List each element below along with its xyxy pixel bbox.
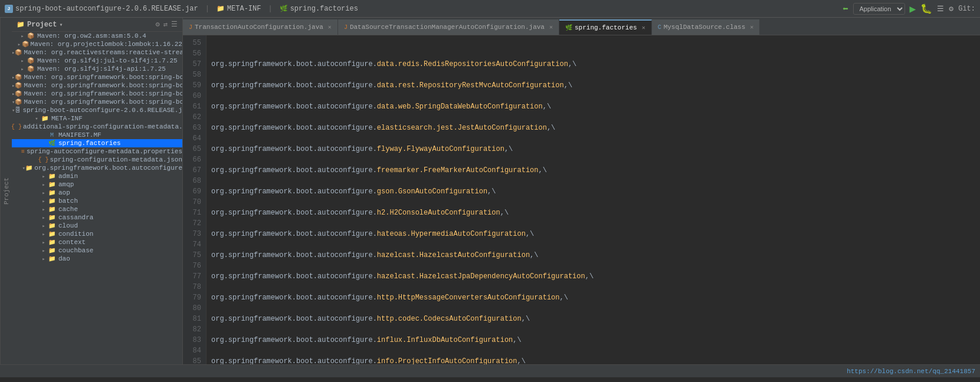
more-button[interactable]: ⚙ [949,4,953,14]
sidebar-item-meta-inf[interactable]: ▾📁META-INF [12,114,182,123]
props-icon: ≡ [21,148,25,155]
tab-spring-factories-label: spring.factories [575,24,637,31]
sidebar-item-couchbase[interactable]: ▸📁couchbase [12,246,182,255]
line-number-58: 58 [185,70,201,80]
tree-label-maven-spring-boot-actuator: Maven: org.springframework.boot:spring-b… [24,82,182,89]
tab-transaction-close[interactable]: ✕ [328,24,332,31]
sidebar-item-context[interactable]: ▸📁context [12,238,182,246]
code-line-69: org.springframework.boot.autoconfigure.i… [211,356,975,364]
tree-label-cloud: cloud [58,222,78,229]
sidebar-item-maven-spring-boot[interactable]: ▸📦Maven: org.springframework.boot:spring… [12,73,182,81]
sidebar-item-spring-config-meta[interactable]: { }spring-configuration-metadata.json [12,156,182,164]
run-button[interactable]: ▶ [910,2,916,15]
json-icon: { } [39,156,48,163]
sep1: | [205,5,209,13]
tree-label-add-spring-config: additional-spring-configuration-metadata… [23,123,182,130]
tree-label-maven-lombok: Maven: org.projectlombok:lombok:1.16.22 [31,41,182,48]
line-number-71: 71 [185,208,201,218]
sidebar-item-aop[interactable]: ▸📁aop [12,189,182,197]
code-line-62: org.springframework.boot.autoconfigure.h… [211,208,975,218]
sidebar-item-batch[interactable]: ▸📁batch [12,197,182,205]
status-bar: https://blog.csdn.net/qq_21441857 [0,364,980,377]
sidebar-item-manifest[interactable]: MMANIFEST.MF [12,131,182,139]
code-line-59: org.springframework.boot.autoconfigure.f… [211,144,975,154]
sidebar-item-maven-spring-boot-actuator-auto[interactable]: ▸📦Maven: org.springframework.boot:spring… [12,90,182,98]
tab-datasource-tx-close[interactable]: ✕ [549,24,553,31]
sidebar-item-spring-autoconfigure-meta[interactable]: ≡spring-autoconfigure-metadata.propertie… [12,147,182,156]
sidebar-item-jar-root[interactable]: ▾🗄spring-boot-autoconfigure-2.0.6.RELEAS… [12,106,182,114]
settings-icon[interactable]: ☰ [171,20,178,29]
debug-button[interactable]: 🐛 [920,3,932,15]
line-number-60: 60 [185,91,201,101]
tab-datasource-tx[interactable]: J DataSourceTransactionManagerAutoConfig… [338,19,559,35]
editor-content[interactable]: 5556575859606162636465666768697071727374… [183,35,980,364]
code-line-61: org.springframework.boot.autoconfigure.g… [211,186,975,197]
tab-spring-factories[interactable]: 🌿 spring.factories ✕ [559,19,652,35]
line-number-81: 81 [185,314,201,324]
tab-transaction[interactable]: J TransactionAutoConfiguration.java ✕ [183,19,338,35]
sidebar-item-dao[interactable]: ▸📁dao [12,255,182,263]
app-selector[interactable]: Application [853,3,905,15]
prev-arrow[interactable]: ⬅ [843,3,848,15]
code-line-63: org.springframework.boot.autoconfigure.h… [211,229,975,239]
tree-label-dao: dao [58,255,70,262]
tree-label-meta-inf: META-INF [51,115,83,122]
line-number-79: 79 [185,292,201,303]
sidebar-item-spring-factories-item[interactable]: 🌿spring.factories [12,139,182,147]
sidebar-item-maven-slf4j-jul[interactable]: ▸📦Maven: org.slf4j:jul-to-slf4j:1.7.25 [12,57,182,65]
code-line-67: org.springframework.boot.autoconfigure.h… [211,314,975,324]
sidebar-item-maven-reactive[interactable]: ▸📦Maven: org.reactivestreams:reactive-st… [12,48,182,57]
tree-arrow-maven-slf4j-jul: ▸ [19,58,26,64]
tree-arrow-cache: ▸ [40,206,47,213]
sidebar-item-amqp[interactable]: ▸📁amqp [12,180,182,189]
folder-icon: 📁 [47,230,57,238]
sidebar-item-add-spring-config[interactable]: { }additional-spring-configuration-metad… [12,123,182,131]
line-number-62: 62 [185,112,201,123]
line-number-80: 80 [185,303,201,314]
sidebar-item-maven-lombok[interactable]: ▸📦Maven: org.projectlombok:lombok:1.16.2… [12,40,182,48]
sync-icon[interactable]: ⇄ [163,20,168,29]
tree-label-maven-spring-boot-auto: Maven: org.springframework.boot:spring-b… [24,98,182,106]
coverage-button[interactable]: ☰ [937,4,944,14]
tab-mysql-close[interactable]: ✕ [750,24,753,31]
line-number-78: 78 [185,282,201,292]
jar-title: J spring-boot-autoconfigure-2.0.6.RELEAS… [5,5,198,13]
project-folder-icon: 📁 [17,21,25,28]
tree-arrow-condition: ▸ [40,231,47,238]
sidebar-item-cloud[interactable]: ▸📁cloud [12,222,182,230]
sidebar-item-admin[interactable]: ▸📁admin [12,172,182,180]
project-tree: ▸📦Maven: org.ow2.asm:asm:5.0.4▸📦Maven: o… [12,32,182,263]
spring-icon: 🌿 [47,140,57,147]
sidebar-title: Project [27,21,57,29]
code-line-68: org.springframework.boot.autoconfigure.i… [211,335,975,345]
line-number-72: 72 [185,218,201,229]
line-number-63: 63 [185,123,201,133]
sidebar-item-cache[interactable]: ▸📁cache [12,205,182,213]
tree-arrow-admin: ▸ [40,173,47,180]
sidebar-item-maven-slf4j-api[interactable]: ▸📦Maven: org.slf4j:slf4j-api:1.7.25 [12,65,182,73]
tab-datasource-tx-label: DataSourceTransactionManagerAutoConfigur… [350,24,545,31]
tree-label-spring-factories-item: spring.factories [58,140,121,147]
folder-icon: 📁 [47,173,57,180]
class-icon: C [658,24,661,31]
tab-mysql[interactable]: C MysqlDataSource.class ✕ [652,19,761,35]
sidebar-item-maven-asm[interactable]: ▸📦Maven: org.ow2.asm:asm:5.0.4 [12,32,182,40]
tree-arrow-couchbase: ▸ [40,248,47,254]
module-icon: 📦 [15,74,22,81]
sidebar-item-org-package[interactable]: ▾📁org.springframework.boot.autoconfigure [12,164,182,172]
tree-label-maven-slf4j-jul: Maven: org.slf4j:jul-to-slf4j:1.7.25 [37,57,178,64]
tab-spring-factories-close[interactable]: ✕ [642,24,645,31]
sidebar-item-maven-spring-boot-actuator[interactable]: ▸📦Maven: org.springframework.boot:spring… [12,81,182,90]
sidebar-item-cassandra[interactable]: ▸📁cassandra [12,213,182,222]
tree-arrow-batch: ▸ [40,198,47,205]
sidebar-item-maven-spring-boot-auto[interactable]: ▾📦Maven: org.springframework.boot:spring… [12,98,182,106]
gear-icon[interactable]: ⚙ [156,20,160,29]
code-line-58: org.springframework.boot.autoconfigure.e… [211,123,975,133]
tree-label-jar-root: spring-boot-autoconfigure-2.0.6.RELEASE.… [22,107,182,114]
sidebar-item-condition[interactable]: ▸📁condition [12,230,182,238]
tree-label-org-package: org.springframework.boot.autoconfigure [34,164,182,172]
project-vertical-tab[interactable]: Project [0,18,12,364]
tree-arrow-cassandra: ▸ [40,215,47,221]
tree-label-spring-config-meta: spring-configuration-metadata.json [50,156,182,163]
sidebar-header: 📁 Project ▾ ⚙ ⇄ ☰ [12,18,182,32]
